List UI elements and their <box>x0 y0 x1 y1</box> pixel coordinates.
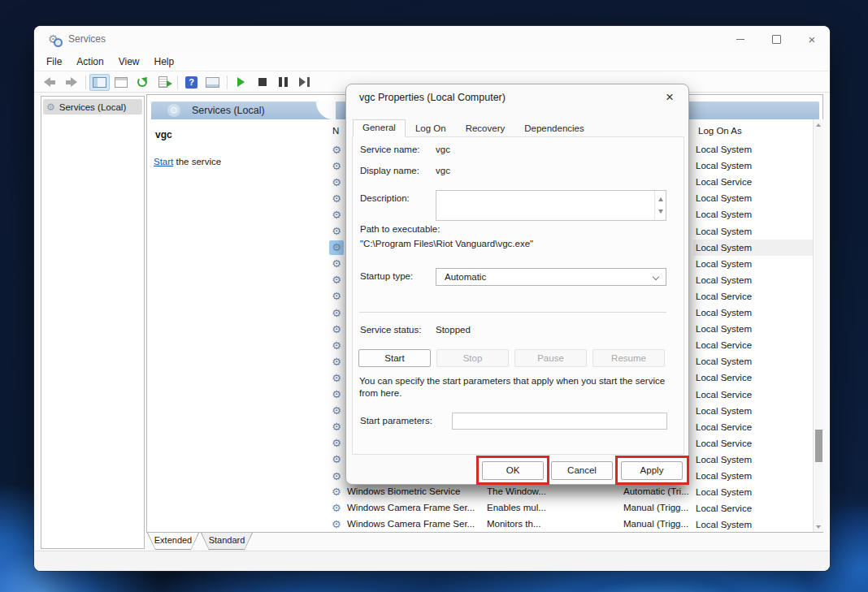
pause-service-button[interactable] <box>273 74 293 91</box>
service-row-icon[interactable]: ⚙ <box>329 452 344 467</box>
logon-value[interactable]: Local System <box>693 321 813 337</box>
forward-button[interactable] <box>61 74 81 91</box>
dialog-tab-dependencies[interactable]: Dependencies <box>514 119 594 137</box>
cancel-button[interactable]: Cancel <box>551 461 613 480</box>
table-row[interactable]: ⚙Windows Biometric ServiceThe Window...A… <box>329 484 817 500</box>
service-row-icon[interactable]: ⚙ <box>329 289 344 304</box>
service-row-icon[interactable]: ⚙ <box>329 420 344 434</box>
gear-icon: ⚙ <box>332 471 341 482</box>
help-button[interactable] <box>181 74 202 91</box>
description-scroll-arrows-icon[interactable] <box>654 191 666 220</box>
logon-value[interactable]: Local System <box>693 305 813 321</box>
service-row-icon[interactable]: ⚙ <box>329 354 344 369</box>
restart-service-button[interactable] <box>294 74 315 91</box>
pause-button[interactable]: Pause <box>514 349 587 367</box>
start-service-link[interactable]: Start <box>154 157 173 166</box>
dialog-tab-general[interactable]: General <box>353 119 406 137</box>
service-row-icon[interactable]: ⚙ <box>329 322 344 336</box>
service-row-icon[interactable]: ⚙ <box>329 207 344 222</box>
dialog-close-icon[interactable]: × <box>659 88 680 107</box>
refresh-button[interactable] <box>132 74 152 91</box>
logon-value[interactable]: Local System <box>693 353 813 369</box>
start-parameters-input[interactable] <box>452 413 667 430</box>
start-button[interactable]: Start <box>358 349 431 367</box>
tab-standard[interactable]: Standard <box>201 533 253 550</box>
logon-value[interactable]: Local System <box>693 452 813 468</box>
logon-value[interactable]: Local Service <box>693 369 813 386</box>
logon-value[interactable]: Local System <box>693 158 813 174</box>
logon-value[interactable]: Local Service <box>693 387 813 403</box>
scroll-up-button[interactable] <box>814 119 823 130</box>
startup-type-dropdown[interactable]: Automatic <box>436 268 666 286</box>
logon-value[interactable]: Local System <box>693 190 813 206</box>
ok-button[interactable]: OK <box>482 461 544 480</box>
service-row-icon[interactable]: ⚙ <box>329 175 344 189</box>
properties-button[interactable] <box>111 74 131 91</box>
close-button[interactable]: × <box>794 26 830 52</box>
back-button[interactable] <box>40 74 60 91</box>
service-row-icon[interactable]: ⚙ <box>329 387 344 402</box>
logon-value[interactable]: Local Service <box>693 174 813 190</box>
logon-value[interactable]: Local Service <box>693 435 813 452</box>
gear-icon: ⚙ <box>332 373 341 383</box>
export-list-button[interactable] <box>153 74 173 91</box>
menu-action[interactable]: Action <box>69 54 111 70</box>
show-console-tree-button[interactable] <box>89 74 110 91</box>
logon-value[interactable]: Local Service <box>693 337 813 353</box>
service-row-icon[interactable]: ⚙ <box>329 191 344 205</box>
service-row-icon[interactable]: ⚙ <box>329 224 344 239</box>
scroll-down-button[interactable] <box>814 521 823 532</box>
stop-button[interactable]: Stop <box>436 349 509 367</box>
logon-value[interactable]: Local System <box>693 141 813 158</box>
menu-view[interactable]: View <box>111 54 147 70</box>
tree-item-services-local[interactable]: ⚙ Services (Local) <box>43 99 142 115</box>
service-row-icon[interactable]: ⚙ <box>329 257 344 271</box>
extended-standard-view-icon <box>206 77 219 88</box>
service-row-icon[interactable]: ⚙ <box>329 305 344 320</box>
start-service-icon <box>237 77 245 87</box>
table-row[interactable]: ⚙Windows Camera Frame Ser...Enables mul.… <box>329 500 817 516</box>
service-row-icon[interactable]: ⚙ <box>329 273 344 287</box>
description-field[interactable] <box>436 190 666 221</box>
table-row[interactable]: ⚙Windows Camera Frame Ser...Monitors th.… <box>329 516 817 533</box>
service-row-icon[interactable]: ⚙ <box>329 338 344 352</box>
banner-gear-icon: ⚙ <box>167 104 180 117</box>
menu-file[interactable]: File <box>39 54 69 70</box>
gear-icon: ⚙ <box>332 258 341 269</box>
tab-extended[interactable]: Extended <box>147 533 199 550</box>
logon-column-header[interactable]: Log On As <box>698 126 742 136</box>
logon-value[interactable]: Local System <box>693 240 813 256</box>
start-service-button[interactable] <box>231 74 251 91</box>
gear-icon: ⚙ <box>332 340 341 351</box>
logon-value[interactable]: Local System <box>693 272 813 288</box>
dialog-tab-log-on[interactable]: Log On <box>406 119 456 137</box>
service-row-icon[interactable]: ⚙ <box>329 436 344 451</box>
logon-value[interactable]: Local Service <box>693 419 813 435</box>
name-column-header[interactable]: N <box>332 126 339 136</box>
maximize-button[interactable] <box>758 26 794 52</box>
logon-value[interactable]: Local Service <box>693 288 813 305</box>
dialog-tab-recovery[interactable]: Recovery <box>456 119 515 137</box>
logon-value[interactable]: Local System <box>693 206 813 223</box>
properties-icon <box>115 77 128 88</box>
service-row-icon[interactable]: ⚙ <box>329 240 344 255</box>
apply-button[interactable]: Apply <box>621 461 683 480</box>
logon-value[interactable]: Local System <box>693 403 813 419</box>
service-row-icon[interactable]: ⚙ <box>329 404 344 418</box>
logon-value[interactable]: Local System <box>693 223 813 240</box>
scrollbar-thumb[interactable] <box>815 430 822 462</box>
logon-value[interactable]: Local System <box>693 468 813 484</box>
gear-icon: ⚙ <box>332 161 341 171</box>
menu-help[interactable]: Help <box>147 54 182 70</box>
title-bar[interactable]: ⚙ Services × <box>34 26 830 52</box>
minimize-button[interactable] <box>723 26 758 52</box>
resume-button[interactable]: Resume <box>592 349 665 367</box>
stop-service-button[interactable] <box>252 74 272 91</box>
service-row-icon[interactable]: ⚙ <box>329 158 344 173</box>
list-scrollbar[interactable] <box>813 119 823 532</box>
service-row-icon[interactable]: ⚙ <box>329 469 344 483</box>
logon-value[interactable]: Local System <box>693 256 813 272</box>
service-row-icon[interactable]: ⚙ <box>329 370 344 385</box>
extended-standard-view-button[interactable] <box>202 74 223 91</box>
service-row-icon[interactable]: ⚙ <box>329 142 344 157</box>
